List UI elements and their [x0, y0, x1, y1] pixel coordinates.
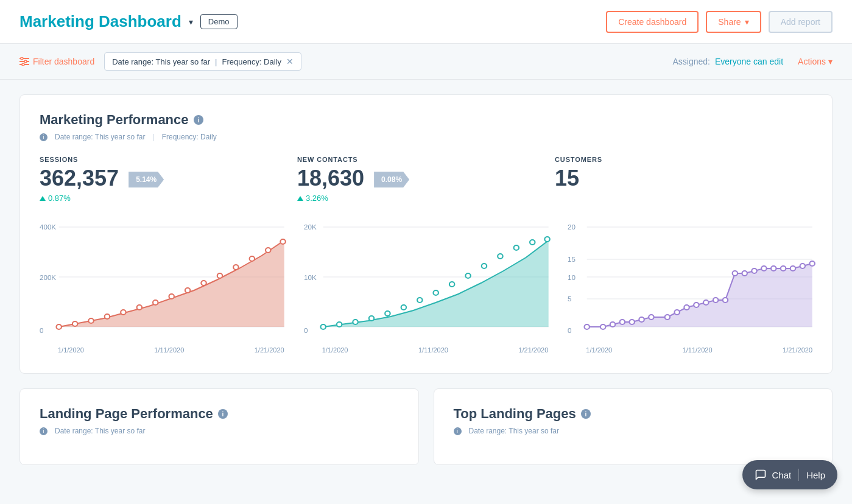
demo-badge: Demo — [200, 14, 238, 29]
svg-point-40 — [401, 305, 406, 310]
customers-chart-svg: 20 15 10 5 0 — [568, 222, 812, 344]
svg-point-79 — [771, 266, 776, 271]
svg-point-41 — [417, 298, 422, 303]
main-content: Marketing Performance i i Date range: Th… — [0, 80, 852, 480]
svg-point-42 — [433, 290, 438, 295]
card-title: Marketing Performance i — [40, 112, 812, 128]
svg-point-72 — [703, 300, 708, 305]
filter-icon — [19, 57, 29, 66]
header: Marketing Dashboard ▾ Demo Create dashbo… — [0, 0, 852, 44]
svg-text:5: 5 — [568, 295, 571, 303]
svg-point-76 — [742, 271, 747, 276]
svg-point-15 — [88, 318, 93, 323]
svg-point-66 — [639, 317, 644, 322]
svg-point-43 — [449, 282, 454, 287]
new-contacts-x-labels: 1/1/2020 1/11/2020 1/21/2020 — [304, 346, 549, 354]
svg-point-3 — [21, 57, 23, 60]
landing-page-meta: i Date range: This year so far — [40, 427, 399, 435]
top-landing-pages-card: Top Landing Pages i i Date range: This y… — [434, 388, 833, 465]
landing-page-title: Landing Page Performance i — [40, 406, 399, 422]
new-contacts-chart: 20K 10K 0 — [304, 222, 549, 354]
card-meta: i Date range: This year so far | Frequen… — [40, 133, 812, 141]
svg-point-39 — [385, 311, 390, 316]
svg-text:10: 10 — [568, 274, 576, 281]
sessions-up-arrow — [40, 196, 46, 201]
top-landing-pages-meta: i Date range: This year so far — [454, 427, 813, 435]
svg-point-82 — [800, 264, 805, 268]
svg-point-68 — [665, 315, 670, 320]
title-chevron-icon[interactable]: ▾ — [189, 17, 193, 27]
share-button[interactable]: Share ▾ — [706, 11, 761, 33]
svg-point-24 — [233, 265, 238, 270]
page-title: Marketing Dashboard — [19, 12, 181, 31]
svg-point-80 — [781, 266, 786, 271]
create-dashboard-button[interactable]: Create dashboard — [606, 11, 699, 33]
add-report-button: Add report — [769, 11, 833, 33]
svg-point-4 — [24, 60, 27, 63]
svg-point-81 — [790, 266, 795, 271]
svg-point-77 — [752, 268, 757, 273]
svg-point-69 — [675, 310, 680, 315]
customers-chart: 20 15 10 5 0 — [568, 222, 812, 354]
svg-point-36 — [337, 322, 342, 327]
meta-info-icon: i — [40, 133, 48, 141]
date-filter-tag[interactable]: Date range: This year so far | Frequency… — [104, 52, 301, 71]
sessions-metric: SESSIONS 362,357 5.14% 0.87% — [40, 156, 297, 203]
svg-point-83 — [810, 261, 815, 266]
sessions-chart: 400K 200K 0 — [40, 222, 284, 354]
top-landing-info-icon[interactable]: i — [581, 409, 591, 419]
filter-dashboard-button[interactable]: Filter dashboard — [19, 57, 94, 66]
svg-point-78 — [762, 266, 767, 271]
svg-point-44 — [465, 273, 470, 278]
svg-point-20 — [169, 294, 174, 299]
svg-point-26 — [266, 248, 270, 253]
assigned-value[interactable]: Everyone can edit — [715, 57, 783, 66]
chat-icon — [755, 469, 767, 480]
svg-point-71 — [694, 303, 699, 307]
new-contacts-up-arrow — [297, 196, 303, 201]
svg-point-73 — [713, 298, 718, 303]
svg-point-47 — [513, 245, 518, 250]
landing-page-performance-card: Landing Page Performance i i Date range:… — [19, 388, 419, 465]
svg-point-63 — [610, 322, 615, 327]
svg-point-37 — [353, 320, 357, 324]
svg-text:20K: 20K — [304, 223, 317, 231]
svg-point-16 — [105, 314, 110, 319]
svg-text:10K: 10K — [304, 274, 317, 281]
info-icon[interactable]: i — [194, 115, 203, 125]
sessions-change: 0.87% — [40, 194, 278, 203]
chat-help-button[interactable]: Chat Help — [742, 460, 837, 480]
landing-info-icon[interactable]: i — [218, 409, 228, 419]
actions-chevron-icon: ▾ — [828, 57, 833, 66]
top-landing-pages-title: Top Landing Pages i — [454, 406, 813, 422]
svg-text:0: 0 — [304, 327, 308, 334]
svg-point-64 — [620, 320, 625, 324]
svg-point-48 — [530, 240, 535, 245]
svg-point-45 — [481, 264, 486, 268]
filter-close-icon[interactable]: ✕ — [286, 57, 294, 66]
svg-text:400K: 400K — [40, 223, 57, 231]
marketing-performance-card: Marketing Performance i i Date range: Th… — [19, 94, 833, 374]
actions-button[interactable]: Actions ▾ — [798, 57, 833, 66]
svg-text:0: 0 — [40, 327, 43, 334]
svg-point-14 — [72, 321, 77, 326]
svg-marker-12 — [59, 240, 284, 327]
filter-bar: Filter dashboard Date range: This year s… — [0, 44, 852, 80]
svg-text:0: 0 — [568, 327, 571, 334]
bottom-row: Landing Page Performance i i Date range:… — [19, 388, 833, 465]
svg-point-27 — [280, 239, 285, 244]
svg-point-5 — [22, 63, 24, 66]
svg-point-17 — [121, 310, 125, 315]
landing-meta-icon: i — [40, 427, 48, 435]
header-right: Create dashboard Share ▾ Add report — [606, 11, 833, 33]
filter-right: Assigned: Everyone can edit Actions ▾ — [673, 57, 833, 66]
svg-point-75 — [733, 271, 738, 276]
customers-metric: CUSTOMERS 15 — [555, 156, 812, 194]
filter-left: Filter dashboard Date range: This year s… — [19, 52, 301, 71]
new-contacts-benchmark: 0.08% — [374, 172, 409, 187]
svg-text:200K: 200K — [40, 274, 57, 281]
charts-row: 400K 200K 0 — [40, 222, 812, 354]
customers-x-labels: 1/1/2020 1/11/2020 1/21/2020 — [568, 346, 812, 354]
svg-point-70 — [685, 305, 689, 310]
new-contacts-metric: NEW CONTACTS 18,630 0.08% 3.26% — [297, 156, 555, 203]
